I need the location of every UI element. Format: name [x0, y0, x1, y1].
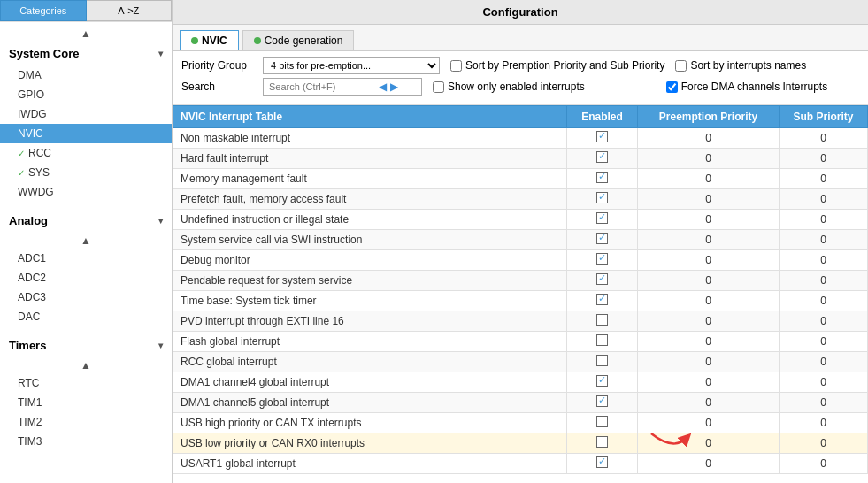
- preemption-priority[interactable]: 0: [638, 230, 780, 250]
- sub-priority[interactable]: 0: [780, 230, 868, 250]
- preemption-priority[interactable]: 0: [638, 332, 780, 352]
- interrupt-enabled[interactable]: [567, 189, 638, 210]
- preemption-priority[interactable]: 0: [638, 149, 780, 169]
- sub-priority[interactable]: 0: [780, 189, 868, 210]
- sub-priority[interactable]: 0: [780, 332, 868, 352]
- table-row: Debug monitor00: [173, 250, 868, 271]
- tab-az[interactable]: A->Z: [87, 0, 173, 21]
- sidebar-item-rcc[interactable]: ✓ RCC: [0, 143, 172, 163]
- preemption-priority[interactable]: 0: [638, 291, 780, 311]
- sub-priority[interactable]: 0: [780, 149, 868, 169]
- preemption-priority[interactable]: 0: [638, 311, 780, 332]
- sidebar-item-adc3[interactable]: ADC3: [0, 288, 172, 307]
- sidebar-item-adc2[interactable]: ADC2: [0, 268, 172, 288]
- preemption-priority[interactable]: 0: [638, 413, 780, 433]
- preemption-priority[interactable]: 0: [638, 454, 780, 474]
- interrupt-enabled[interactable]: [567, 332, 638, 352]
- sidebar-item-tim3[interactable]: TIM3: [0, 432, 172, 451]
- nvic-table-container: NVIC Interrupt Table Enabled Preemption …: [173, 105, 868, 483]
- interrupt-enabled[interactable]: [567, 291, 638, 311]
- table-row: Non maskable interrupt00: [173, 128, 868, 149]
- sidebar-item-dac[interactable]: DAC: [0, 307, 172, 326]
- interrupt-enabled[interactable]: [567, 352, 638, 372]
- interrupt-enabled[interactable]: [567, 393, 638, 413]
- interrupt-enabled[interactable]: [567, 230, 638, 250]
- priority-group-select[interactable]: 4 bits for pre-emption... 3 bits for pre…: [263, 57, 440, 74]
- tim3-label: TIM3: [18, 435, 42, 448]
- preemption-priority[interactable]: 0: [638, 189, 780, 210]
- interrupt-name: Time base: System tick timer: [173, 291, 567, 311]
- preemption-priority[interactable]: 0: [638, 393, 780, 413]
- interrupt-enabled[interactable]: [567, 311, 638, 332]
- sidebar-item-iwdg[interactable]: IWDG: [0, 104, 172, 124]
- preemption-priority[interactable]: 0: [638, 250, 780, 271]
- sub-priority[interactable]: 0: [780, 128, 868, 149]
- interrupt-name: USB high priority or CAN TX interrupts: [173, 413, 567, 433]
- sub-priority[interactable]: 0: [780, 352, 868, 372]
- tab-code-generation[interactable]: Code generation: [242, 30, 355, 50]
- scroll-up-timers[interactable]: ▲: [0, 357, 172, 373]
- timers-chevron: ▾: [158, 341, 163, 350]
- tab-nvic[interactable]: NVIC: [180, 30, 239, 50]
- sub-priority[interactable]: 0: [780, 433, 868, 454]
- interrupt-enabled[interactable]: [567, 372, 638, 393]
- interrupt-enabled[interactable]: [567, 271, 638, 291]
- sub-priority[interactable]: 0: [780, 311, 868, 332]
- sub-priority[interactable]: 0: [780, 210, 868, 230]
- analog-header[interactable]: Analog ▾: [0, 209, 172, 233]
- preemption-priority[interactable]: 0: [638, 372, 780, 393]
- sidebar-item-adc1[interactable]: ADC1: [0, 249, 172, 268]
- scroll-up-system-core[interactable]: ▲: [0, 26, 172, 42]
- preemption-priority[interactable]: 0: [638, 433, 780, 454]
- sub-priority[interactable]: 0: [780, 291, 868, 311]
- interrupt-enabled[interactable]: [567, 169, 638, 189]
- preemption-priority[interactable]: 0: [638, 271, 780, 291]
- interrupt-enabled[interactable]: [567, 433, 638, 454]
- interrupt-enabled[interactable]: [567, 413, 638, 433]
- sort-interrupts-input[interactable]: [675, 60, 687, 72]
- sort-interrupts-checkbox[interactable]: Sort by interrupts names: [675, 59, 806, 72]
- interrupt-name: System service call via SWI instruction: [173, 230, 567, 250]
- sub-priority[interactable]: 0: [780, 413, 868, 433]
- force-dma-input[interactable]: [666, 81, 678, 93]
- search-input[interactable]: [269, 81, 375, 92]
- preemption-priority[interactable]: 0: [638, 210, 780, 230]
- interrupt-enabled[interactable]: [567, 149, 638, 169]
- sort-preemption-label: Sort by Premption Priority and Sub Prior…: [465, 59, 664, 72]
- search-box[interactable]: ◀ ▶: [263, 78, 422, 96]
- sort-preemption-checkbox[interactable]: Sort by Premption Priority and Sub Prior…: [450, 59, 664, 72]
- interrupt-enabled[interactable]: [567, 454, 638, 474]
- sidebar-item-rtc[interactable]: RTC: [0, 373, 172, 393]
- sub-priority[interactable]: 0: [780, 250, 868, 271]
- show-enabled-checkbox[interactable]: Show only enabled interrupts: [433, 80, 585, 93]
- sub-priority[interactable]: 0: [780, 372, 868, 393]
- interrupt-enabled[interactable]: [567, 128, 638, 149]
- sub-priority[interactable]: 0: [780, 271, 868, 291]
- sub-priority[interactable]: 0: [780, 169, 868, 189]
- search-prev-icon[interactable]: ◀: [379, 80, 387, 93]
- show-enabled-input[interactable]: [433, 81, 444, 93]
- sub-priority[interactable]: 0: [780, 393, 868, 413]
- sys-label: SYS: [28, 166, 50, 179]
- sort-preemption-input[interactable]: [450, 60, 462, 72]
- system-core-header[interactable]: System Core ▾: [0, 42, 172, 65]
- sidebar-item-nvic[interactable]: NVIC: [0, 124, 172, 143]
- interrupt-enabled[interactable]: [567, 210, 638, 230]
- sub-priority[interactable]: 0: [780, 454, 868, 474]
- tab-categories[interactable]: Categories: [0, 0, 87, 21]
- sidebar-item-dma[interactable]: DMA: [0, 65, 172, 85]
- sidebar-item-tim2[interactable]: TIM2: [0, 412, 172, 432]
- timers-header[interactable]: Timers ▾: [0, 334, 172, 357]
- sidebar-item-sys[interactable]: ✓ SYS: [0, 163, 172, 182]
- sidebar-item-gpio[interactable]: GPIO: [0, 85, 172, 104]
- sidebar-item-wwdg[interactable]: WWDG: [0, 182, 172, 202]
- interrupt-enabled[interactable]: [567, 250, 638, 271]
- sidebar-item-tim1[interactable]: TIM1: [0, 393, 172, 412]
- control-row-priority: Priority Group 4 bits for pre-emption...…: [181, 57, 859, 74]
- force-dma-checkbox[interactable]: Force DMA channels Interrupts: [666, 80, 827, 93]
- preemption-priority[interactable]: 0: [638, 128, 780, 149]
- preemption-priority[interactable]: 0: [638, 169, 780, 189]
- search-next-icon[interactable]: ▶: [390, 80, 398, 93]
- preemption-priority[interactable]: 0: [638, 352, 780, 372]
- scroll-up-analog[interactable]: ▲: [0, 233, 172, 249]
